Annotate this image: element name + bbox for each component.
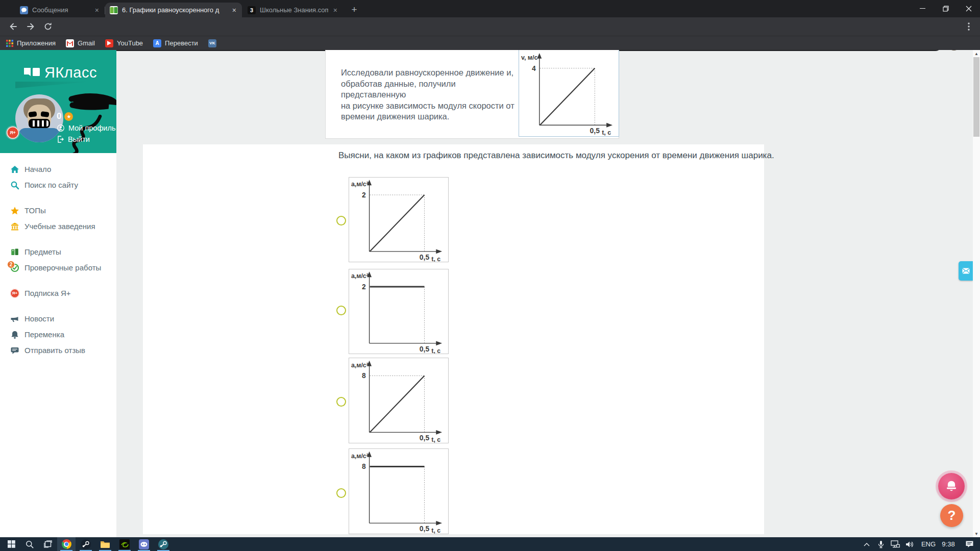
tests-badge: 2 — [7, 261, 15, 268]
check-circle-icon: 2 — [10, 263, 19, 272]
taskbar-steam-game-button[interactable] — [154, 537, 173, 551]
reload-icon[interactable] — [43, 21, 53, 32]
chevron-up-icon — [864, 542, 870, 546]
sidebar-item-peremenka[interactable]: Переменка — [0, 327, 116, 342]
tray-microphone[interactable] — [878, 537, 889, 551]
scroll-down-icon[interactable]: ▼ — [973, 530, 980, 537]
feedback-mail-tab[interactable] — [959, 261, 973, 281]
task-view-button[interactable] — [39, 537, 57, 551]
school-icon — [10, 222, 19, 231]
tray-network[interactable] — [891, 537, 904, 551]
velocity-time-graph: 4v, м/с0,5t, с — [519, 50, 619, 136]
bookmark-gmail[interactable]: Gmail — [66, 39, 95, 47]
window-restore-button[interactable] — [934, 0, 957, 17]
svg-text:0,5: 0,5 — [420, 253, 430, 261]
bookmark-label: Приложения — [17, 39, 56, 47]
answer-option-1[interactable]: 2a,м/с²0,5t, с — [336, 177, 450, 262]
radio-button-3[interactable] — [336, 397, 346, 407]
menu-label: ТОПы — [24, 206, 46, 215]
svg-text:a,м/с²: a,м/с² — [351, 453, 369, 460]
taskbar-nvidia-button[interactable] — [115, 537, 134, 551]
help-button[interactable]: ? — [940, 504, 963, 527]
action-center-icon — [965, 540, 974, 548]
sidebar-item-ya-plus[interactable]: Я+ Подписка Я+ — [0, 285, 116, 301]
answer-option-4[interactable]: 8a,м/с²0,5t, с — [336, 448, 450, 534]
bookmark-label: YouTube — [117, 39, 143, 47]
scroll-up-icon[interactable]: ▲ — [973, 50, 980, 57]
taskbar-explorer-button[interactable] — [96, 537, 114, 551]
window-close-button[interactable] — [957, 0, 980, 17]
tab-title: 6. Графики равноускоренного д — [122, 6, 227, 14]
answer-option-2[interactable]: 2a,м/с²0,5t, с — [336, 269, 450, 354]
megaphone-icon — [10, 314, 19, 323]
forward-icon[interactable] — [26, 21, 36, 32]
taskbar-discord-button[interactable] — [135, 537, 153, 551]
option-3-graph-box: 8a,м/с²0,5t, с — [349, 358, 449, 443]
notification-bell-icon — [945, 480, 958, 493]
tab-close-icon[interactable]: × — [332, 6, 338, 14]
sidebar-item-tops[interactable]: ТОПы — [0, 203, 116, 218]
discord-icon — [139, 539, 149, 549]
notifications-button[interactable] — [938, 473, 965, 499]
bookmark-apps[interactable]: Приложения — [6, 39, 56, 47]
radio-button-1[interactable] — [336, 216, 346, 226]
speaker-icon — [905, 541, 914, 548]
sidebar-item-site-search[interactable]: Поиск по сайту — [0, 177, 116, 193]
network-icon — [891, 540, 900, 548]
tray-expand-button[interactable] — [864, 537, 876, 551]
page-scrollbar[interactable]: ▲ ▼ — [973, 50, 980, 537]
option-2-graph-box: 2a,м/с²0,5t, с — [349, 269, 449, 354]
tray-language[interactable]: ENG — [920, 537, 937, 551]
sidebar-item-tests[interactable]: 2 Проверочные работы — [0, 260, 116, 276]
new-tab-button[interactable]: + — [347, 3, 361, 17]
windows-logo-icon — [8, 540, 15, 548]
scrollbar-thumb[interactable] — [973, 57, 979, 137]
menu-label: Начало — [24, 165, 51, 173]
logout-link[interactable]: Выйти — [57, 135, 90, 143]
svg-text:a,м/с²: a,м/с² — [351, 362, 369, 369]
sidebar-item-feedback[interactable]: Отправить отзыв — [0, 342, 116, 358]
bookmark-vk[interactable]: VK — [208, 39, 216, 47]
sidebar-menu: Начало Поиск по сайту ТОПы Учебные завед… — [0, 153, 116, 358]
bookmark-translate[interactable]: A Перевести — [153, 39, 198, 47]
znania-favicon: 3 — [248, 6, 256, 14]
option-3-graph: 8a,м/с²0,5t, с — [349, 358, 448, 443]
menu-label: Новости — [24, 314, 54, 323]
taskbar-chrome-button[interactable] — [57, 537, 76, 551]
option-1-graph-box: 2a,м/с²0,5t, с — [349, 177, 449, 262]
tray-volume[interactable] — [905, 537, 919, 551]
browser-nav-bar: yaklass.ru/TestWorkRun/Exercise?testResu… — [0, 17, 980, 36]
radio-button-4[interactable] — [336, 488, 346, 498]
svg-text:0,5: 0,5 — [590, 127, 600, 135]
sidebar-item-home[interactable]: Начало — [0, 161, 116, 177]
tab-znania[interactable]: 3 Школьные Знания.com - Решае × — [243, 3, 343, 17]
window-minimize-button[interactable] — [911, 0, 934, 17]
bookmark-youtube[interactable]: YouTube — [105, 39, 143, 47]
my-profile-link[interactable]: Мой профиль — [57, 124, 115, 132]
answer-option-3[interactable]: 8a,м/с²0,5t, с — [336, 358, 450, 443]
back-icon[interactable] — [8, 21, 18, 32]
taskbar-search-icon — [26, 540, 34, 548]
start-button[interactable] — [2, 537, 20, 551]
sidebar-item-news[interactable]: Новости — [0, 311, 116, 327]
browser-menu-icon[interactable] — [968, 22, 970, 31]
menu-label: Проверочные работы — [24, 263, 101, 272]
sidebar-item-subjects[interactable]: Предметы — [0, 244, 116, 260]
radio-button-2[interactable] — [336, 306, 346, 315]
taskbar-search-button[interactable] — [20, 537, 39, 551]
tray-clock[interactable]: 9:38 — [939, 537, 958, 551]
taskbar-steam-button[interactable] — [77, 537, 95, 551]
tab-close-icon[interactable]: × — [94, 6, 100, 14]
sidebar-item-schools[interactable]: Учебные заведения — [0, 218, 116, 234]
action-center-button[interactable] — [962, 537, 977, 551]
tab-messages[interactable]: Сообщения × — [15, 3, 105, 17]
svg-text:2: 2 — [362, 191, 366, 199]
option-1-graph: 2a,м/с²0,5t, с — [349, 178, 448, 262]
option-4-graph: 8a,м/с²0,5t, с — [349, 449, 448, 534]
tab-yaklass-exercise[interactable]: 6. Графики равноускоренного д × — [105, 3, 242, 17]
minimize-icon — [920, 8, 925, 9]
tab-close-icon[interactable]: × — [231, 6, 237, 14]
menu-label: Переменка — [24, 330, 64, 339]
problem-text: Исследовали равноускоренное движение и, … — [341, 67, 523, 122]
feedback-icon — [10, 346, 19, 355]
